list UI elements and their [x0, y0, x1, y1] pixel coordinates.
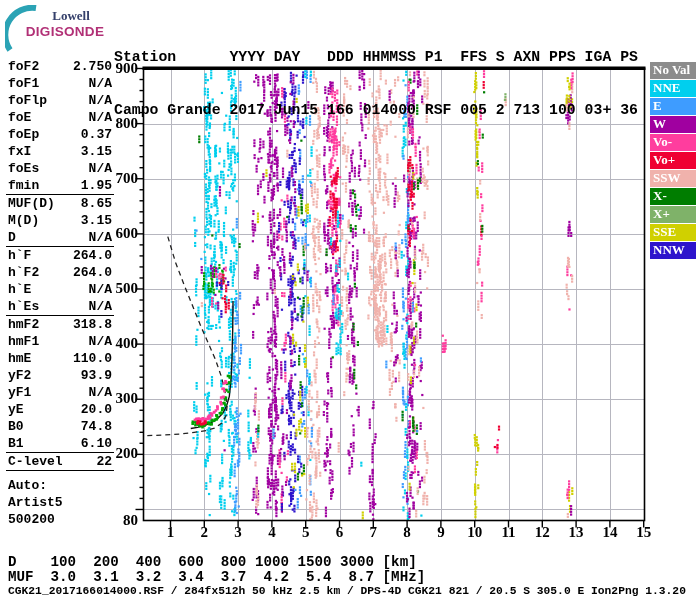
param-label: h`E: [8, 281, 31, 298]
param-label: C-level: [8, 453, 63, 470]
param-row-fof1: foF1N/A: [8, 75, 112, 92]
param-row-mufd: MUF(D)8.65: [8, 195, 112, 212]
header-line-values: Campo Grande 2017 Jun15 166 014000 RSF 0…: [114, 102, 638, 120]
legend-item-noval: No Val: [650, 62, 696, 79]
param-row-yf2: yF293.9: [8, 367, 112, 384]
param-row-he: h`EN/A: [8, 281, 112, 298]
param-row-d: DN/A: [8, 229, 112, 246]
param-row-b0: B074.8: [8, 418, 112, 435]
param-value: N/A: [89, 75, 112, 92]
param-row-hes: h`EsN/A: [8, 298, 112, 315]
lowell-digisonde-logo: Lowell DIGISONDE: [5, 5, 107, 51]
x-tick-label: 8: [396, 524, 418, 541]
legend-item-vom: Vo-: [650, 134, 696, 151]
y-tick-label: 700: [104, 170, 138, 187]
param-label: foFlp: [8, 92, 47, 109]
echo-type-legend: No ValNNEEWVo-Vo+SSWX-X+SSENNW: [650, 62, 696, 260]
param-row-fxi: fxI3.15: [8, 143, 112, 160]
param-row-hf: h`F264.0: [8, 247, 112, 264]
param-row-b1: B16.10: [8, 435, 112, 452]
file-info-footer: CGK21_2017166014000.RSF / 284fx512h 50 k…: [8, 585, 686, 598]
logo-lowell-text: Lowell: [39, 8, 103, 24]
param-row-fof2: foF22.750: [8, 58, 112, 75]
param-label: h`F2: [8, 264, 39, 281]
y-tick-label: 500: [104, 280, 138, 297]
param-row-clevel: C-level22: [8, 453, 112, 470]
param-label: foF1: [8, 75, 39, 92]
y-tick-label: 800: [104, 115, 138, 132]
param-row-hme: hmE110.0: [8, 350, 112, 367]
logo-digisonde-text: DIGISONDE: [19, 24, 111, 39]
param-row-hmf1: hmF1N/A: [8, 333, 112, 350]
legend-item-xm: X-: [650, 188, 696, 205]
param-row-foes: foEsN/A: [8, 160, 112, 177]
param-label: fxI: [8, 143, 31, 160]
param-label: foEs: [8, 160, 39, 177]
y-tick-label: 900: [104, 60, 138, 77]
legend-item-w: W: [650, 116, 696, 133]
param-label: yF1: [8, 384, 31, 401]
param-row-fmin: fmin1.95: [8, 177, 112, 194]
y-tick-label: 200: [104, 445, 138, 462]
param-value: 93.9: [81, 367, 112, 384]
param-label: foEp: [8, 126, 39, 143]
dmuf-row-d: D 100 200 400 600 800 1000 1500 3000 [km…: [8, 555, 425, 570]
x-tick-label: 7: [362, 524, 384, 541]
param-label: B0: [8, 418, 24, 435]
y-tick-label: 80: [104, 512, 138, 529]
param-row-foflp: foFlpN/A: [8, 92, 112, 109]
x-tick-label: 1: [160, 524, 182, 541]
param-separator: [6, 470, 114, 471]
x-tick-label: 6: [329, 524, 351, 541]
param-label: B1: [8, 435, 24, 452]
param-row-foe: foEN/A: [8, 109, 112, 126]
x-tick-label: 2: [193, 524, 215, 541]
param-label: yF2: [8, 367, 31, 384]
param-label: hmF1: [8, 333, 39, 350]
param-label: fmin: [8, 177, 39, 194]
param-label: yE: [8, 401, 24, 418]
param-row-ye: yE20.0: [8, 401, 112, 418]
param-row-foep: foEp0.37: [8, 126, 112, 143]
legend-item-sse: SSE: [650, 224, 696, 241]
x-tick-label: 10: [464, 524, 486, 541]
param-value: N/A: [89, 92, 112, 109]
station-header: Station YYYY DAY DDD HHMMSS P1 FFS S AXN…: [114, 14, 638, 154]
header-line-labels: Station YYYY DAY DDD HHMMSS P1 FFS S AXN…: [114, 49, 638, 67]
param-value: 264.0: [73, 247, 112, 264]
param-label: D: [8, 229, 16, 246]
param-label: foE: [8, 109, 31, 126]
legend-item-ssw: SSW: [650, 170, 696, 187]
autoscaling-info: Auto:Artist5500200: [8, 477, 112, 528]
legend-item-xp: X+: [650, 206, 696, 223]
autoscaling-line: Artist5: [8, 494, 112, 511]
x-tick-label: 12: [531, 524, 553, 541]
legend-item-e: E: [650, 98, 696, 115]
param-row-hf2: h`F2264.0: [8, 264, 112, 281]
y-tick-label: 400: [104, 335, 138, 352]
param-value: 110.0: [73, 350, 112, 367]
digisonde-ionogram-screen: Lowell DIGISONDE Station YYYY DAY DDD HH…: [0, 0, 700, 600]
x-tick-label: 14: [599, 524, 621, 541]
param-label: M(D): [8, 212, 39, 229]
param-label: h`Es: [8, 298, 39, 315]
autoscaling-line: 500200: [8, 511, 112, 528]
x-tick-label: 15: [633, 524, 655, 541]
x-tick-label: 3: [227, 524, 249, 541]
x-tick-label: 9: [430, 524, 452, 541]
param-row-hmf2: hmF2318.8: [8, 316, 112, 333]
param-value: 3.15: [81, 143, 112, 160]
dmuf-table: D 100 200 400 600 800 1000 1500 3000 [km…: [8, 555, 425, 585]
legend-item-vop: Vo+: [650, 152, 696, 169]
param-value: 74.8: [81, 418, 112, 435]
param-label: h`F: [8, 247, 31, 264]
legend-item-nne: NNE: [650, 80, 696, 97]
param-label: foF2: [8, 58, 39, 75]
parameter-panel: foF22.750foF1N/AfoFlpN/AfoEN/AfoEp0.37fx…: [8, 58, 112, 528]
param-label: hmF2: [8, 316, 39, 333]
param-label: MUF(D): [8, 195, 55, 212]
y-tick-label: 300: [104, 390, 138, 407]
param-value: N/A: [89, 298, 112, 315]
x-tick-label: 5: [295, 524, 317, 541]
x-tick-label: 11: [498, 524, 520, 541]
